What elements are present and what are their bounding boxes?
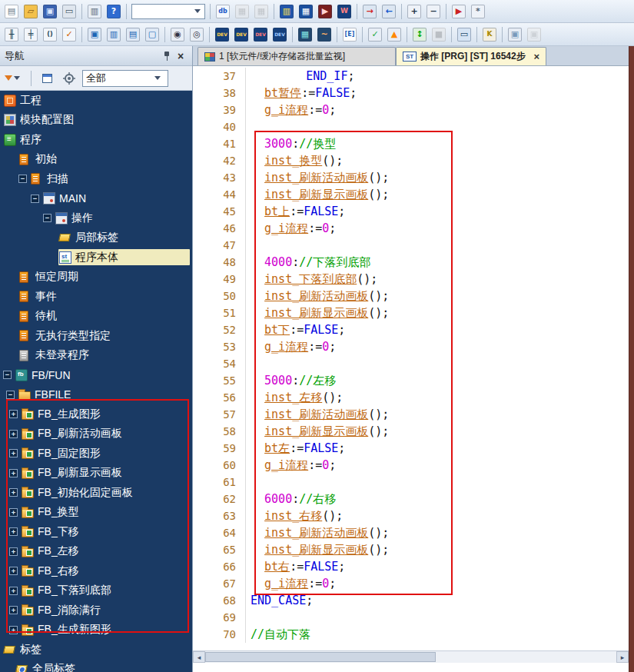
code-line-62[interactable]: 62 6000://右移 — [193, 491, 629, 507]
tree-item-program-body[interactable]: 程序本体 — [0, 248, 192, 268]
tree-item-fb-fun[interactable]: −FB/FUN — [0, 365, 192, 385]
tree-item-module-config[interactable]: 模块配置图 — [0, 111, 192, 131]
device-storage-icon[interactable]: ▦ — [252, 2, 271, 21]
settings-button[interactable] — [60, 69, 78, 88]
tree-item-fb-move-down[interactable]: +FB_下移 — [0, 522, 192, 542]
expand-icon[interactable]: + — [9, 410, 18, 418]
code-line-59[interactable]: 59 bt左:=FALSE; — [193, 440, 629, 457]
device-memory-icon[interactable]: ▦ — [233, 2, 251, 21]
code-line-66[interactable]: 66 bt右:=FALSE; — [193, 558, 629, 575]
watch-window1-icon[interactable]: ▥ — [277, 2, 296, 21]
device-monitor1-icon[interactable]: DEV — [213, 25, 231, 44]
device-monitor2-icon[interactable]: DEV — [232, 25, 251, 44]
find-icon[interactable]: ◉ — [168, 25, 187, 44]
docking-window1-icon[interactable]: ▣ — [506, 25, 524, 44]
code-line-38[interactable]: 38 bt暂停:=FALSE; — [193, 85, 629, 101]
tree-item-global-label[interactable]: 全局标签 — [0, 660, 192, 672]
expand-icon[interactable]: + — [9, 469, 18, 477]
offline-icon[interactable]: ■ — [430, 25, 448, 44]
convert-icon[interactable]: ✓ — [60, 25, 78, 44]
close-icon[interactable]: × — [174, 49, 188, 63]
scroll-right-button[interactable]: ▸ — [616, 651, 629, 663]
code-line-53[interactable]: 53 g_i流程:=0; — [193, 338, 629, 355]
code-line-41[interactable]: 41 3000://换型 — [193, 135, 629, 152]
screen-capture-icon[interactable]: ▭ — [455, 25, 473, 44]
expand-icon[interactable]: + — [9, 449, 18, 457]
code-line-67[interactable]: 67 g_i流程:=0; — [193, 575, 629, 592]
code-line-51[interactable]: 51 inst_刷新显示画板(); — [193, 304, 629, 321]
zoom-out-icon[interactable]: − — [424, 2, 443, 21]
read-from-plc-icon[interactable]: ← — [380, 2, 398, 21]
code-line-47[interactable]: 47 — [193, 237, 629, 254]
tree-item-fb-drop-to-bottom[interactable]: +FB_下落到底部 — [0, 581, 192, 601]
code-line-39[interactable]: 39 g_i流程:=0; — [193, 101, 629, 118]
tree-item-local-label[interactable]: 局部标签 — [0, 228, 192, 248]
open-project-icon[interactable]: ▱ — [22, 2, 40, 21]
help-icon[interactable]: ? — [105, 2, 123, 21]
device-comment-icon[interactable]: db — [214, 2, 232, 21]
code-line-58[interactable]: 58 inst_刷新显示画板(); — [193, 423, 629, 440]
ladder-coil-icon[interactable]: () — [41, 25, 59, 44]
program-check-icon[interactable]: ✓ — [366, 25, 384, 44]
code-line-61[interactable]: 61 — [193, 474, 629, 491]
tree-item-initial[interactable]: 初始 — [0, 150, 192, 170]
window-tile-v-icon[interactable]: ▤ — [124, 25, 142, 44]
code-line-42[interactable]: 42 inst_换型(); — [193, 152, 629, 169]
write-to-plc-icon[interactable]: → — [360, 2, 379, 21]
ladder-contact-closed-icon[interactable]: ╪ — [22, 25, 40, 44]
code-line-49[interactable]: 49 inst_下落到底部(); — [193, 271, 629, 288]
tree-item-event[interactable]: 事件 — [0, 287, 192, 307]
pin-icon[interactable] — [160, 49, 174, 63]
filter-dropdown-button[interactable] — [4, 69, 25, 88]
zoom-in-icon[interactable]: + — [405, 2, 423, 21]
tree-item-fb-generate-shape[interactable]: +FB_生成图形 — [0, 404, 192, 424]
tree-item-fb-generate-new-shape[interactable]: +FB_生成新图形 — [0, 620, 192, 640]
tree-item-fb-refresh-active-board[interactable]: +FB_刷新活动画板 — [0, 424, 192, 444]
tree-item-project[interactable]: 工程 — [0, 91, 192, 111]
code-line-64[interactable]: 64 inst_刷新活动画板(); — [193, 524, 629, 541]
tree-item-scan[interactable]: −扫描 — [0, 169, 192, 189]
code-line-43[interactable]: 43 inst_刷新活动画板(); — [193, 169, 629, 186]
tab-operation-program[interactable]: ST 操作 [PRG] [ST] 16542步 × — [396, 47, 546, 65]
device-monitor3-icon[interactable]: DEV — [251, 25, 270, 44]
tree-item-no-exec-type[interactable]: 无执行类型指定 — [0, 326, 192, 346]
layout-button[interactable] — [38, 69, 56, 88]
cross-reference-icon[interactable]: ◎ — [188, 25, 206, 44]
tree-item-program[interactable]: 程序 — [0, 130, 192, 150]
code-line-55[interactable]: 55 5000://左移 — [193, 372, 629, 389]
tree-item-standby[interactable]: 待机 — [0, 307, 192, 327]
code-line-46[interactable]: 46 g_i流程:=0; — [193, 220, 629, 237]
code-line-65[interactable]: 65 inst_刷新显示画板(); — [193, 541, 629, 558]
tree-filter-select[interactable]: 全部 — [82, 70, 168, 87]
tab-device-buffer-monitor[interactable]: 1 [软元件/缓冲存储器批量监视] — [198, 47, 396, 65]
code-line-48[interactable]: 48 4000://下落到底部 — [193, 254, 629, 271]
security-key-icon[interactable]: K — [480, 25, 499, 44]
scrollbar-thumb[interactable] — [205, 652, 436, 662]
expand-icon[interactable]: + — [9, 547, 18, 556]
tree-item-main[interactable]: −MAIN — [0, 189, 192, 209]
print-icon[interactable]: ▭ — [60, 2, 78, 21]
tree-item-fb-fixed-shape[interactable]: +FB_固定图形 — [0, 444, 192, 464]
tree-item-fixed-cycle[interactable]: 恒定周期 — [0, 268, 192, 288]
horizontal-scrollbar[interactable]: ◂ ▸ — [193, 650, 629, 663]
collapse-icon[interactable]: − — [43, 214, 51, 222]
code-line-68[interactable]: 68END_CASE; — [193, 592, 629, 609]
st-code-editor[interactable]: 37 END_IF;38 bt暂停:=FALSE;39 g_i流程:=0;404… — [193, 66, 629, 650]
tab-close-icon[interactable]: × — [533, 51, 539, 62]
code-line-52[interactable]: 52 bt下:=FALSE; — [193, 321, 629, 338]
toolbar-combobox[interactable] — [131, 4, 205, 19]
window-tile-h-icon[interactable]: ▥ — [105, 25, 123, 44]
save-project-icon[interactable]: ▣ — [41, 2, 59, 21]
settings-icon[interactable]: * — [469, 2, 487, 21]
expand-icon[interactable]: + — [9, 587, 18, 595]
collapse-icon[interactable]: − — [3, 371, 12, 379]
expand-icon[interactable]: + — [9, 606, 18, 614]
docking-window2-icon[interactable]: ▣ — [525, 25, 543, 44]
code-line-60[interactable]: 60 g_i流程:=0; — [193, 457, 629, 474]
tree-item-label[interactable]: 标签 — [0, 640, 192, 660]
code-line-70[interactable]: 70//自动下落 — [193, 626, 629, 643]
tree-item-fb-change-type[interactable]: +FB_换型 — [0, 503, 192, 523]
window-cascade-icon[interactable]: ▣ — [85, 25, 104, 44]
code-line-56[interactable]: 56 inst_左移(); — [193, 389, 629, 406]
code-line-44[interactable]: 44 inst_刷新显示画板(); — [193, 186, 629, 203]
